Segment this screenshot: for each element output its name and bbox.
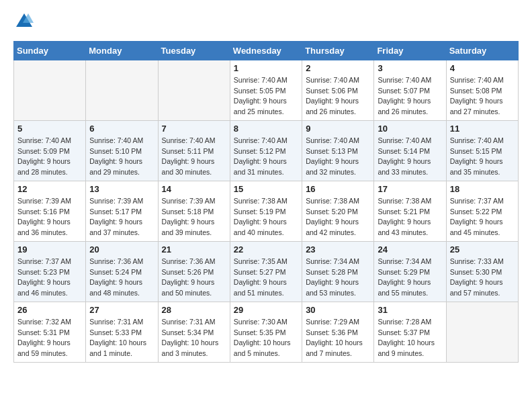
calendar-cell: 8Sunrise: 7:40 AM Sunset: 5:12 PM Daylig…: [230, 120, 302, 181]
calendar-cell: 20Sunrise: 7:36 AM Sunset: 5:24 PM Dayli…: [86, 241, 158, 302]
day-number: 29: [234, 305, 298, 315]
day-number: 23: [306, 244, 370, 255]
calendar-cell: 17Sunrise: 7:38 AM Sunset: 5:21 PM Dayli…: [374, 181, 446, 241]
day-number: 18: [450, 184, 515, 194]
page-container: SundayMondayTuesdayWednesdayThursdayFrid…: [0, 0, 532, 371]
week-row-3: 12Sunrise: 7:39 AM Sunset: 5:16 PM Dayli…: [14, 181, 519, 241]
weekday-header-wednesday: Wednesday: [230, 41, 302, 60]
day-info: Sunrise: 7:28 AM Sunset: 5:37 PM Dayligh…: [378, 317, 442, 359]
logo: [13, 12, 34, 34]
day-info: Sunrise: 7:35 AM Sunset: 5:27 PM Dayligh…: [234, 257, 298, 299]
day-info: Sunrise: 7:34 AM Sunset: 5:28 PM Dayligh…: [306, 257, 370, 299]
day-info: Sunrise: 7:40 AM Sunset: 5:07 PM Dayligh…: [378, 75, 442, 118]
week-row-4: 19Sunrise: 7:37 AM Sunset: 5:23 PM Dayli…: [14, 241, 519, 302]
day-number: 5: [17, 124, 82, 134]
day-info: Sunrise: 7:32 AM Sunset: 5:31 PM Dayligh…: [17, 317, 82, 359]
calendar-cell: 15Sunrise: 7:38 AM Sunset: 5:19 PM Dayli…: [230, 181, 302, 241]
day-number: 20: [89, 244, 154, 255]
day-info: Sunrise: 7:40 AM Sunset: 5:14 PM Dayligh…: [378, 136, 442, 178]
calendar-cell: [14, 60, 86, 120]
weekday-header-row: SundayMondayTuesdayWednesdayThursdayFrid…: [14, 41, 519, 60]
calendar-cell: 24Sunrise: 7:34 AM Sunset: 5:29 PM Dayli…: [374, 241, 446, 302]
day-info: Sunrise: 7:33 AM Sunset: 5:30 PM Dayligh…: [450, 257, 515, 299]
calendar-cell: 7Sunrise: 7:40 AM Sunset: 5:11 PM Daylig…: [158, 120, 230, 181]
day-number: 28: [162, 305, 226, 315]
calendar-cell: 18Sunrise: 7:37 AM Sunset: 5:22 PM Dayli…: [446, 181, 518, 241]
calendar-cell: 27Sunrise: 7:31 AM Sunset: 5:33 PM Dayli…: [86, 302, 158, 362]
calendar-cell: 30Sunrise: 7:29 AM Sunset: 5:36 PM Dayli…: [302, 302, 374, 362]
day-info: Sunrise: 7:36 AM Sunset: 5:26 PM Dayligh…: [162, 257, 226, 299]
calendar-cell: 2Sunrise: 7:40 AM Sunset: 5:06 PM Daylig…: [302, 60, 374, 120]
calendar-cell: 25Sunrise: 7:33 AM Sunset: 5:30 PM Dayli…: [446, 241, 518, 302]
day-number: 1: [234, 63, 298, 73]
day-info: Sunrise: 7:39 AM Sunset: 5:18 PM Dayligh…: [162, 196, 226, 238]
day-number: 25: [450, 244, 515, 255]
weekday-header-thursday: Thursday: [302, 41, 374, 60]
day-number: 12: [17, 184, 82, 194]
calendar-cell: 11Sunrise: 7:40 AM Sunset: 5:15 PM Dayli…: [446, 120, 518, 181]
day-number: 6: [89, 124, 154, 134]
calendar-cell: 28Sunrise: 7:31 AM Sunset: 5:34 PM Dayli…: [158, 302, 230, 362]
day-number: 14: [162, 184, 226, 194]
day-number: 15: [234, 184, 298, 194]
day-info: Sunrise: 7:38 AM Sunset: 5:20 PM Dayligh…: [306, 196, 370, 238]
calendar-cell: 14Sunrise: 7:39 AM Sunset: 5:18 PM Dayli…: [158, 181, 230, 241]
calendar-cell: 3Sunrise: 7:40 AM Sunset: 5:07 PM Daylig…: [374, 60, 446, 120]
day-info: Sunrise: 7:34 AM Sunset: 5:29 PM Dayligh…: [378, 257, 442, 299]
calendar-cell: 23Sunrise: 7:34 AM Sunset: 5:28 PM Dayli…: [302, 241, 374, 302]
day-info: Sunrise: 7:40 AM Sunset: 5:10 PM Dayligh…: [89, 136, 154, 178]
weekday-header-tuesday: Tuesday: [158, 41, 230, 60]
calendar-cell: [158, 60, 230, 120]
calendar-cell: 10Sunrise: 7:40 AM Sunset: 5:14 PM Dayli…: [374, 120, 446, 181]
day-number: 10: [378, 124, 442, 134]
calendar-cell: 12Sunrise: 7:39 AM Sunset: 5:16 PM Dayli…: [14, 181, 86, 241]
day-info: Sunrise: 7:40 AM Sunset: 5:12 PM Dayligh…: [234, 136, 298, 178]
day-info: Sunrise: 7:31 AM Sunset: 5:33 PM Dayligh…: [89, 317, 154, 359]
day-number: 17: [378, 184, 442, 194]
calendar-cell: 22Sunrise: 7:35 AM Sunset: 5:27 PM Dayli…: [230, 241, 302, 302]
day-number: 16: [306, 184, 370, 194]
day-info: Sunrise: 7:40 AM Sunset: 5:05 PM Dayligh…: [234, 75, 298, 118]
calendar-cell: 19Sunrise: 7:37 AM Sunset: 5:23 PM Dayli…: [14, 241, 86, 302]
week-row-5: 26Sunrise: 7:32 AM Sunset: 5:31 PM Dayli…: [14, 302, 519, 362]
day-info: Sunrise: 7:37 AM Sunset: 5:22 PM Dayligh…: [450, 196, 515, 238]
calendar-cell: 1Sunrise: 7:40 AM Sunset: 5:05 PM Daylig…: [230, 60, 302, 120]
day-number: 8: [234, 124, 298, 134]
day-number: 30: [306, 305, 370, 315]
weekday-header-saturday: Saturday: [446, 41, 518, 60]
calendar-cell: [446, 302, 518, 362]
week-row-1: 1Sunrise: 7:40 AM Sunset: 5:05 PM Daylig…: [14, 60, 519, 120]
day-number: 26: [17, 305, 82, 315]
weekday-header-sunday: Sunday: [14, 41, 86, 60]
calendar-cell: 26Sunrise: 7:32 AM Sunset: 5:31 PM Dayli…: [14, 302, 86, 362]
day-info: Sunrise: 7:38 AM Sunset: 5:21 PM Dayligh…: [378, 196, 442, 238]
day-number: 7: [162, 124, 226, 134]
day-info: Sunrise: 7:31 AM Sunset: 5:34 PM Dayligh…: [162, 317, 226, 359]
day-number: 13: [89, 184, 154, 194]
day-number: 27: [89, 305, 154, 315]
day-info: Sunrise: 7:40 AM Sunset: 5:08 PM Dayligh…: [450, 75, 515, 118]
weekday-header-friday: Friday: [374, 41, 446, 60]
day-number: 19: [17, 244, 82, 255]
day-info: Sunrise: 7:36 AM Sunset: 5:24 PM Dayligh…: [89, 257, 154, 299]
calendar-cell: 4Sunrise: 7:40 AM Sunset: 5:08 PM Daylig…: [446, 60, 518, 120]
day-number: 11: [450, 124, 515, 134]
day-info: Sunrise: 7:38 AM Sunset: 5:19 PM Dayligh…: [234, 196, 298, 238]
day-info: Sunrise: 7:40 AM Sunset: 5:11 PM Dayligh…: [162, 136, 226, 178]
header: [13, 12, 519, 34]
day-number: 9: [306, 124, 370, 134]
calendar-cell: [86, 60, 158, 120]
calendar-cell: 31Sunrise: 7:28 AM Sunset: 5:37 PM Dayli…: [374, 302, 446, 362]
day-number: 4: [450, 63, 515, 73]
day-info: Sunrise: 7:39 AM Sunset: 5:17 PM Dayligh…: [89, 196, 154, 238]
calendar-cell: 5Sunrise: 7:40 AM Sunset: 5:09 PM Daylig…: [14, 120, 86, 181]
weekday-header-monday: Monday: [86, 41, 158, 60]
day-info: Sunrise: 7:29 AM Sunset: 5:36 PM Dayligh…: [306, 317, 370, 359]
day-info: Sunrise: 7:39 AM Sunset: 5:16 PM Dayligh…: [17, 196, 82, 238]
day-info: Sunrise: 7:40 AM Sunset: 5:06 PM Dayligh…: [306, 75, 370, 118]
day-number: 21: [162, 244, 226, 255]
day-info: Sunrise: 7:40 AM Sunset: 5:15 PM Dayligh…: [450, 136, 515, 178]
calendar-table: SundayMondayTuesdayWednesdayThursdayFrid…: [13, 41, 519, 363]
calendar-cell: 13Sunrise: 7:39 AM Sunset: 5:17 PM Dayli…: [86, 181, 158, 241]
day-info: Sunrise: 7:40 AM Sunset: 5:09 PM Dayligh…: [17, 136, 82, 178]
